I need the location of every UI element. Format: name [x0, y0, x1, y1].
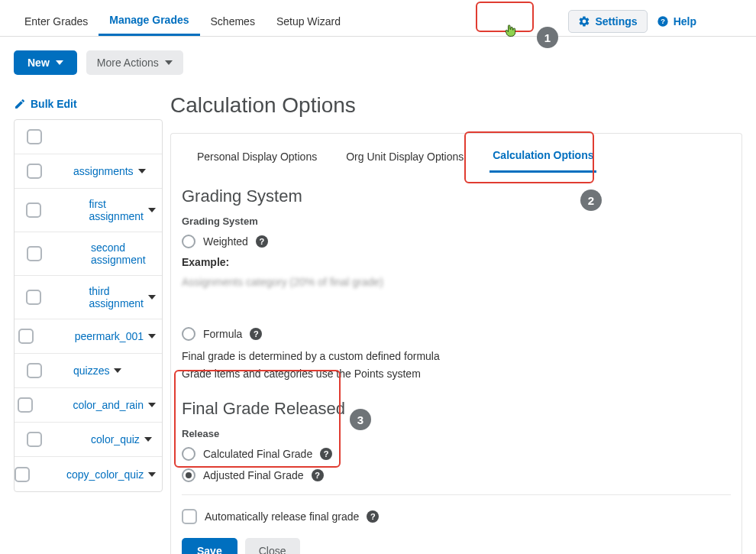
checkbox-cell: [15, 120, 54, 154]
row-checkbox[interactable]: [26, 202, 41, 218]
row-checkbox[interactable]: [27, 129, 42, 144]
save-button[interactable]: Save: [182, 538, 237, 554]
table-row: assignments: [15, 154, 162, 189]
table-row: color_and_rain: [15, 388, 162, 423]
row-checkbox[interactable]: [15, 467, 30, 482]
help-icon[interactable]: ?: [320, 448, 332, 460]
gear-icon: [578, 15, 590, 28]
svg-text:?: ?: [661, 18, 665, 25]
checkbox-cell: [15, 423, 54, 456]
new-button[interactable]: New: [14, 50, 77, 75]
tab-setup-wizard[interactable]: Setup Wizard: [266, 8, 351, 35]
edit-icon: [14, 98, 26, 110]
grade-item-label: quizzes: [73, 364, 109, 377]
button-row: Save Close: [182, 538, 731, 554]
checkbox-cell: [15, 388, 36, 422]
bulk-edit-button[interactable]: Bulk Edit: [14, 89, 163, 119]
divider: [182, 494, 731, 495]
row-checkbox[interactable]: [18, 397, 33, 413]
grade-item-label: color_quiz: [91, 433, 140, 445]
grade-item-label: second assignment: [91, 241, 156, 266]
grade-item-link[interactable]: second assignment: [54, 232, 162, 275]
formula-radio[interactable]: [182, 327, 195, 341]
settings-sub-tabs: Personal Display Options Org Unit Displa…: [170, 133, 742, 173]
checkbox-cell: [15, 154, 54, 188]
tab-personal-display-options[interactable]: Personal Display Options: [194, 143, 320, 172]
row-checkbox[interactable]: [27, 164, 42, 179]
row-checkbox[interactable]: [27, 432, 42, 447]
cursor-hand-icon: [502, 21, 518, 40]
content-area: Bulk Edit assignmentsfirst assignmentsec…: [0, 89, 756, 554]
adjusted-final-grade-radio[interactable]: [182, 468, 195, 482]
chevron-down-icon: [148, 295, 156, 300]
grade-item-label: peermark_001: [75, 330, 144, 342]
table-row: [15, 120, 162, 154]
help-icon[interactable]: ?: [367, 510, 379, 523]
tab-calculation-options[interactable]: Calculation Options: [489, 141, 596, 173]
chevron-down-icon: [114, 368, 121, 373]
example-label: Example:: [182, 256, 731, 268]
grade-item-link[interactable]: assignments: [54, 156, 162, 186]
grade-item-link[interactable]: color_quiz: [54, 424, 162, 455]
settings-button[interactable]: Settings: [568, 10, 647, 33]
weighted-label: Weighted: [203, 235, 248, 248]
more-actions-button[interactable]: More Actions: [86, 50, 183, 75]
grading-system-heading: Grading System: [182, 186, 731, 206]
formula-option-row: Formula ?: [182, 327, 731, 341]
calculated-final-grade-radio[interactable]: [182, 447, 195, 461]
bulk-edit-label: Bulk Edit: [31, 98, 77, 110]
help-button[interactable]: ? Help: [657, 15, 696, 28]
chevron-down-icon: [144, 437, 152, 442]
calculated-option-row: Calculated Final Grade ?: [182, 447, 731, 461]
checkbox-cell: [15, 458, 30, 491]
chevron-down-icon: [148, 334, 156, 339]
checkbox-cell: [15, 319, 38, 353]
final-grade-released-heading: Final Grade Released: [182, 399, 731, 419]
grade-item-label: third assignment: [89, 285, 144, 309]
main-panel: Calculation Options Personal Display Opt…: [163, 89, 742, 554]
help-icon[interactable]: ?: [250, 328, 262, 340]
auto-release-checkbox[interactable]: [182, 509, 197, 524]
grade-item-link[interactable]: copy_color_quiz: [30, 459, 162, 490]
chevron-down-icon: [138, 169, 146, 173]
tab-org-unit-display-options[interactable]: Org Unit Display Options: [343, 143, 467, 172]
grade-item-label: assignments: [73, 165, 134, 177]
options-panel: Grading System Grading System Weighted ?…: [170, 173, 742, 554]
table-row: color_quiz: [15, 423, 162, 457]
tab-enter-grades[interactable]: Enter Grades: [14, 8, 99, 35]
help-icon[interactable]: ?: [312, 469, 324, 481]
formula-desc-2: Grade items and categories use the Point…: [182, 366, 731, 382]
grade-item-link[interactable]: peermark_001: [38, 321, 162, 352]
auto-release-row: Automatically release final grade ?: [182, 509, 731, 524]
formula-desc-1: Final grade is determined by a custom de…: [182, 348, 731, 364]
grade-item-link[interactable]: third assignment: [52, 276, 162, 319]
row-checkbox[interactable]: [18, 329, 34, 344]
weighted-radio[interactable]: [182, 235, 195, 248]
nav-right-group: Settings ? Help: [568, 10, 742, 33]
chevron-down-icon: [165, 60, 173, 65]
grade-item-link[interactable]: first assignment: [52, 189, 162, 232]
annotation-badge-1: 1: [537, 27, 558, 48]
grade-item-link[interactable]: quizzes: [54, 355, 162, 386]
adjusted-option-row: Adjusted Final Grade ?: [182, 468, 731, 482]
example-text-blurred: Assignments category (20% of final grade…: [182, 274, 731, 290]
settings-label: Settings: [595, 15, 637, 28]
weighted-option-row: Weighted ?: [182, 235, 731, 248]
help-icon[interactable]: ?: [256, 235, 268, 248]
checkbox-cell: [15, 354, 54, 387]
annotation-badge-3: 3: [350, 409, 371, 430]
row-checkbox[interactable]: [26, 290, 41, 305]
more-actions-label: More Actions: [97, 57, 159, 69]
sidebar: Bulk Edit assignmentsfirst assignmentsec…: [14, 89, 163, 554]
top-nav: Enter Grades Manage Grades Schemes Setup…: [0, 0, 756, 37]
row-checkbox[interactable]: [27, 363, 42, 378]
row-checkbox[interactable]: [27, 246, 42, 261]
tab-manage-grades[interactable]: Manage Grades: [99, 6, 199, 36]
checkbox-cell: [15, 280, 52, 314]
grading-system-sub: Grading System: [182, 215, 731, 227]
table-row: second assignment: [15, 232, 162, 276]
tab-schemes[interactable]: Schemes: [200, 8, 266, 35]
action-row: New More Actions: [0, 37, 756, 89]
close-button[interactable]: Close: [245, 538, 300, 554]
grade-item-link[interactable]: color_and_rain: [36, 390, 162, 420]
